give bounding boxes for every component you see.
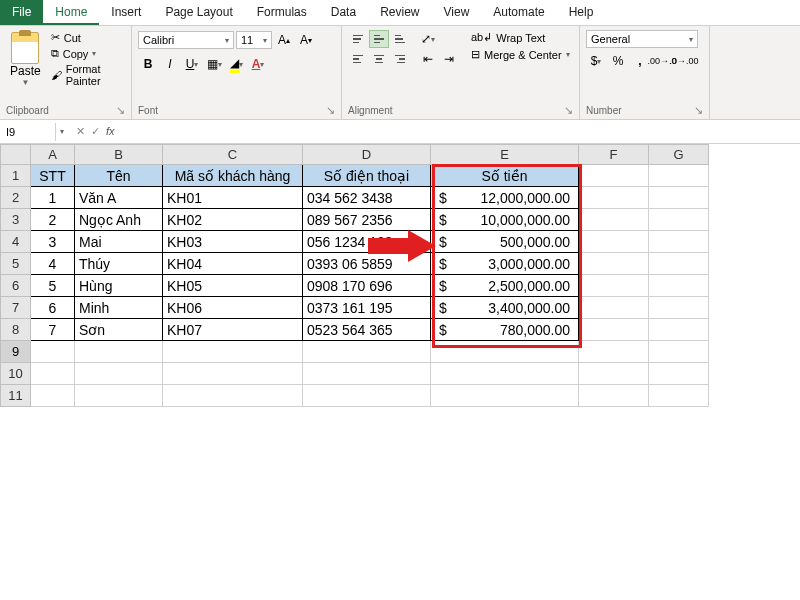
cell[interactable]: 7 (31, 319, 75, 341)
cut-button[interactable]: ✂ Cut (49, 30, 125, 45)
cell[interactable] (163, 341, 303, 363)
row-header-5[interactable]: 5 (1, 253, 31, 275)
cell[interactable]: Tên (75, 165, 163, 187)
col-header-G[interactable]: G (649, 145, 709, 165)
cell[interactable] (579, 385, 649, 407)
dialog-launcher-icon[interactable]: ↘ (326, 104, 335, 117)
col-header-D[interactable]: D (303, 145, 431, 165)
align-left-button[interactable] (348, 50, 368, 68)
cell[interactable]: 4 (31, 253, 75, 275)
cell[interactable] (579, 341, 649, 363)
italic-button[interactable]: I (160, 54, 180, 74)
cell[interactable]: Mã số khách hàng (163, 165, 303, 187)
cell[interactable]: $780,000.00 (431, 319, 579, 341)
cell[interactable]: 6 (31, 297, 75, 319)
cell[interactable]: KH06 (163, 297, 303, 319)
cell[interactable]: $3,400,000.00 (431, 297, 579, 319)
cell[interactable]: $12,000,000.00 (431, 187, 579, 209)
accounting-format-button[interactable]: $▾ (586, 51, 606, 71)
row-header-6[interactable]: 6 (1, 275, 31, 297)
fx-icon[interactable]: fx (106, 125, 115, 138)
cell[interactable] (649, 297, 709, 319)
cell[interactable] (31, 363, 75, 385)
tab-home[interactable]: Home (43, 0, 99, 25)
cell[interactable]: 034 562 3438 (303, 187, 431, 209)
copy-button[interactable]: ⧉ Copy ▾ (49, 46, 125, 61)
row-header-11[interactable]: 11 (1, 385, 31, 407)
tab-file[interactable]: File (0, 0, 43, 25)
cell[interactable]: 5 (31, 275, 75, 297)
font-name-combo[interactable]: Calibri▾ (138, 31, 234, 49)
font-color-button[interactable]: A▾ (248, 54, 268, 74)
paste-button[interactable]: Paste ▼ (6, 30, 45, 102)
cell[interactable]: 0523 564 365 (303, 319, 431, 341)
cell[interactable]: Ngọc Anh (75, 209, 163, 231)
col-header-A[interactable]: A (31, 145, 75, 165)
orientation-button[interactable]: ⤢▾ (418, 30, 438, 48)
increase-font-button[interactable]: A▴ (274, 30, 294, 50)
cell[interactable] (579, 209, 649, 231)
cell[interactable]: Minh (75, 297, 163, 319)
cell[interactable] (649, 165, 709, 187)
dialog-launcher-icon[interactable]: ↘ (116, 104, 125, 117)
tab-formulas[interactable]: Formulas (245, 0, 319, 25)
fill-color-button[interactable]: ◢▾ (226, 54, 246, 74)
cell[interactable] (31, 341, 75, 363)
row-header-9[interactable]: 9 (1, 341, 31, 363)
row-header-1[interactable]: 1 (1, 165, 31, 187)
cell[interactable] (579, 363, 649, 385)
cell[interactable] (303, 363, 431, 385)
cell[interactable] (75, 341, 163, 363)
col-header-E[interactable]: E (431, 145, 579, 165)
cell[interactable]: $500,000.00 (431, 231, 579, 253)
align-right-button[interactable] (390, 50, 410, 68)
cell[interactable]: Văn A (75, 187, 163, 209)
cell[interactable]: 056 1234 123 (303, 231, 431, 253)
wrap-text-button[interactable]: ab↲Wrap Text (469, 30, 572, 45)
row-header-4[interactable]: 4 (1, 231, 31, 253)
cell[interactable]: KH07 (163, 319, 303, 341)
align-middle-button[interactable] (369, 30, 389, 48)
cell[interactable] (579, 187, 649, 209)
cell[interactable] (649, 231, 709, 253)
percent-format-button[interactable]: % (608, 51, 628, 71)
cell[interactable] (649, 187, 709, 209)
tab-view[interactable]: View (432, 0, 482, 25)
cell[interactable] (649, 363, 709, 385)
tab-help[interactable]: Help (557, 0, 606, 25)
cell[interactable]: KH02 (163, 209, 303, 231)
col-header-F[interactable]: F (579, 145, 649, 165)
cell[interactable] (431, 363, 579, 385)
cell[interactable]: $10,000,000.00 (431, 209, 579, 231)
decrease-decimal-button[interactable]: .0→.00 (674, 51, 694, 71)
formula-input[interactable] (123, 123, 800, 141)
row-header-10[interactable]: 10 (1, 363, 31, 385)
cell[interactable]: KH05 (163, 275, 303, 297)
cell[interactable] (75, 363, 163, 385)
tab-data[interactable]: Data (319, 0, 368, 25)
cell[interactable] (579, 275, 649, 297)
align-center-button[interactable] (369, 50, 389, 68)
cell[interactable] (579, 319, 649, 341)
cell[interactable]: Mai (75, 231, 163, 253)
row-header-7[interactable]: 7 (1, 297, 31, 319)
cancel-formula-button[interactable]: ✕ (76, 125, 85, 138)
cell[interactable] (579, 297, 649, 319)
cell[interactable]: Sơn (75, 319, 163, 341)
decrease-font-button[interactable]: A▾ (296, 30, 316, 50)
chevron-down-icon[interactable]: ▾ (56, 127, 68, 136)
cell[interactable] (163, 363, 303, 385)
merge-center-button[interactable]: ⊟Merge & Center▾ (469, 47, 572, 62)
decrease-indent-button[interactable]: ⇤ (418, 50, 438, 68)
cell[interactable]: 1 (31, 187, 75, 209)
cell[interactable]: 3 (31, 231, 75, 253)
cell[interactable]: 2 (31, 209, 75, 231)
col-header-B[interactable]: B (75, 145, 163, 165)
cell[interactable] (579, 231, 649, 253)
tab-automate[interactable]: Automate (481, 0, 556, 25)
format-painter-button[interactable]: 🖌 Format Painter (49, 62, 125, 88)
tab-review[interactable]: Review (368, 0, 431, 25)
name-box[interactable]: I9 (0, 123, 56, 141)
cell[interactable]: KH03 (163, 231, 303, 253)
cell[interactable] (649, 319, 709, 341)
